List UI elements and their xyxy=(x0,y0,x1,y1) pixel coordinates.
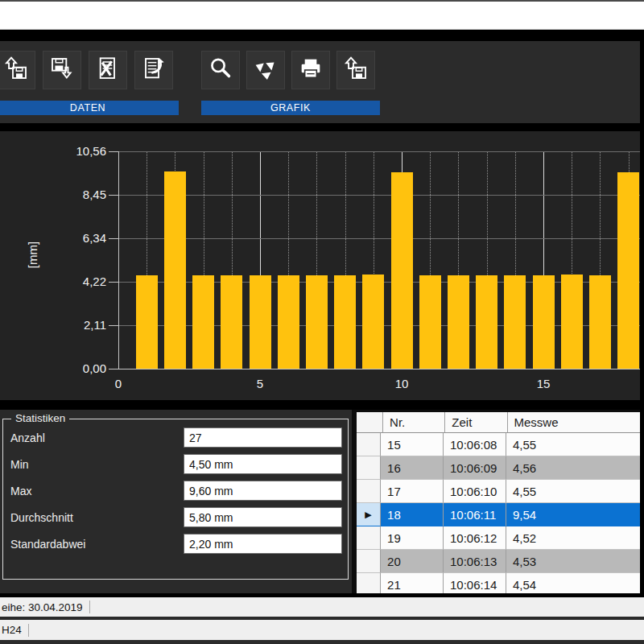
toolbar-group-label-daten: DATEN xyxy=(0,101,179,115)
delete-data-button[interactable] xyxy=(89,51,127,89)
table-cell[interactable]: 4,54 xyxy=(506,573,644,593)
table-cell[interactable]: 10:06:13 xyxy=(444,550,506,573)
table-cell[interactable]: 15 xyxy=(381,433,444,456)
stat-label: Durchschnitt xyxy=(10,511,73,524)
status-bar-1: eihe: 30.04.2019 xyxy=(0,597,644,617)
stat-input-max[interactable] xyxy=(184,481,342,501)
chart-bar xyxy=(164,171,186,369)
zoom-button[interactable] xyxy=(201,51,240,89)
table-cell[interactable]: 21 xyxy=(381,573,444,593)
table-cell[interactable]: 19 xyxy=(381,526,444,550)
y-tick-label: 2,11 xyxy=(48,318,106,332)
chart-bar xyxy=(448,275,469,369)
table-cell[interactable]: 16 xyxy=(381,456,444,480)
table-row[interactable]: 1910:06:124,52 xyxy=(357,526,644,550)
app-window: DATENGRAFIK [mm] 0,002,114,226,348,4510,… xyxy=(0,0,644,644)
chart-bar xyxy=(136,275,158,369)
stat-row: Max xyxy=(3,481,348,502)
x-tick-label: 5 xyxy=(244,377,276,390)
chart-bar xyxy=(476,275,497,369)
floppy-up-icon xyxy=(343,56,369,85)
statistics-groupbox-title: Statistiken xyxy=(11,412,69,424)
y-axis-tick xyxy=(109,195,118,196)
chart-bar xyxy=(589,275,611,369)
horizontal-gridline xyxy=(118,238,644,239)
chart-bar xyxy=(504,275,526,369)
stat-input-anzahl[interactable] xyxy=(184,427,342,448)
save-graphic-button[interactable] xyxy=(336,51,375,89)
bottom-panels: Statistiken AnzahlMinMaxDurchschnittStan… xyxy=(0,410,644,593)
table-cell[interactable]: 10:06:11 xyxy=(444,503,506,526)
table-row[interactable]: 2110:06:144,54 xyxy=(357,573,644,593)
table-cell[interactable]: 17 xyxy=(381,480,444,503)
table-cell[interactable]: 9,54 xyxy=(506,503,644,526)
y-tick-label: 4,22 xyxy=(48,275,106,288)
floppy-up-icon xyxy=(3,56,29,85)
table-cell[interactable]: 10:06:12 xyxy=(444,526,506,550)
chart-bar xyxy=(391,172,413,369)
table-cell[interactable]: 20 xyxy=(381,550,444,573)
table-cell[interactable]: 4,53 xyxy=(506,550,644,573)
refresh-button[interactable] xyxy=(246,51,285,89)
chart-bar xyxy=(278,275,299,369)
export-data-button[interactable] xyxy=(134,51,173,89)
status-bar-2: H24 xyxy=(0,620,644,640)
table-cell[interactable]: 4,55 xyxy=(506,433,644,456)
x-tick-label: 15 xyxy=(527,377,559,390)
table-cell[interactable]: 4,56 xyxy=(506,456,644,480)
table-row[interactable]: 1510:06:084,55 xyxy=(357,433,644,456)
horizontal-gridline xyxy=(118,369,644,369)
row-selector-cell[interactable] xyxy=(357,526,381,550)
row-selector-cell[interactable] xyxy=(357,550,381,573)
table-cell[interactable]: 10:06:09 xyxy=(444,456,506,480)
table-cell[interactable]: 18 xyxy=(381,503,444,526)
toolbar-group-label-grafik: GRAFIK xyxy=(201,101,380,115)
stat-input-durchschnitt[interactable] xyxy=(184,507,342,527)
y-axis-tick xyxy=(109,369,118,369)
chart-bar xyxy=(561,275,583,369)
table-cell[interactable]: 4,55 xyxy=(506,480,644,503)
save-data-button[interactable] xyxy=(43,51,81,89)
print-button[interactable] xyxy=(291,51,330,89)
status-separator xyxy=(28,624,29,637)
chart-bar xyxy=(362,275,384,369)
table-row[interactable]: 1710:06:104,55 xyxy=(357,480,644,503)
measurements-table[interactable]: Nr.ZeitMesswe1510:06:084,551610:06:094,5… xyxy=(357,412,644,593)
current-row-arrow-icon[interactable]: ▶ xyxy=(357,503,381,526)
y-tick-label: 6,34 xyxy=(48,231,106,245)
chart-section: [mm] 0,002,114,226,348,4510,56051015 xyxy=(0,131,644,400)
chart-bar xyxy=(617,172,639,369)
stat-label: Anzahl xyxy=(10,431,45,444)
y-axis-tick xyxy=(109,151,118,152)
row-selector-cell[interactable] xyxy=(357,480,381,503)
y-tick-label: 8,45 xyxy=(48,188,106,201)
magnifier-icon xyxy=(208,56,233,85)
stat-label: Min xyxy=(10,458,29,471)
table-cell[interactable]: 10:06:10 xyxy=(444,480,506,503)
stat-input-standardabwei[interactable] xyxy=(184,534,342,554)
x-tick-label: 0 xyxy=(102,377,134,390)
row-selector-header xyxy=(357,412,383,433)
printer-icon xyxy=(298,56,324,85)
column-header-nr: Nr. xyxy=(383,412,445,433)
table-cell[interactable]: 4,52 xyxy=(506,526,644,550)
table-cell[interactable]: 10:06:14 xyxy=(444,573,506,593)
stat-row: Durchschnitt xyxy=(3,507,348,528)
table-cell[interactable]: 10:06:08 xyxy=(444,433,506,456)
horizontal-gridline xyxy=(118,151,644,152)
statistics-panel: Statistiken AnzahlMinMaxDurchschnittStan… xyxy=(0,410,352,593)
y-axis-title: [mm] xyxy=(26,242,39,268)
row-selector-cell[interactable] xyxy=(357,573,381,593)
chart-bar xyxy=(533,275,555,369)
stat-row: Anzahl xyxy=(3,427,348,448)
table-row[interactable]: 1610:06:094,56 xyxy=(357,456,644,480)
row-selector-cell[interactable] xyxy=(357,456,381,480)
table-row[interactable]: ▶1810:06:119,54 xyxy=(357,503,644,526)
window-bottom-border xyxy=(0,640,644,644)
y-tick-label: 10,56 xyxy=(48,144,106,158)
stat-label: Standardabwei xyxy=(10,538,85,551)
stat-input-min[interactable] xyxy=(184,454,342,474)
row-selector-cell[interactable] xyxy=(357,433,381,456)
load-data-button[interactable] xyxy=(0,51,35,89)
table-row[interactable]: 2010:06:134,53 xyxy=(357,550,644,573)
